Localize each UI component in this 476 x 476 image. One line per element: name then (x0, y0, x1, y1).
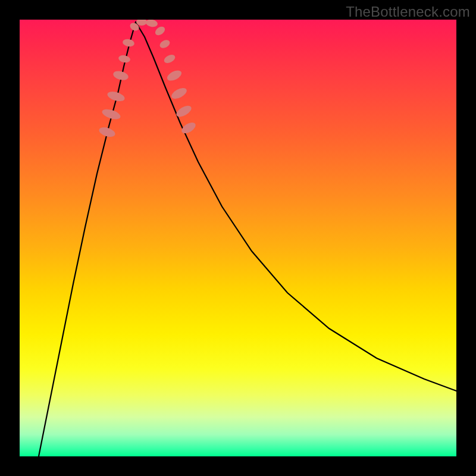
data-bead (158, 38, 171, 49)
data-bead (98, 126, 117, 139)
data-bead (118, 54, 131, 64)
watermark-text: TheBottleneck.com (346, 4, 470, 20)
bead-cluster (98, 20, 198, 139)
data-bead (122, 38, 135, 47)
curve-left-branch (39, 22, 136, 456)
chart-frame (20, 20, 456, 456)
data-bead (154, 25, 167, 37)
curve-overlay (20, 20, 456, 456)
curve-right-branch (136, 22, 456, 391)
data-bead (162, 53, 176, 65)
data-bead (145, 20, 158, 28)
data-bead (112, 70, 130, 82)
data-bead (170, 86, 188, 101)
data-bead (165, 68, 183, 83)
